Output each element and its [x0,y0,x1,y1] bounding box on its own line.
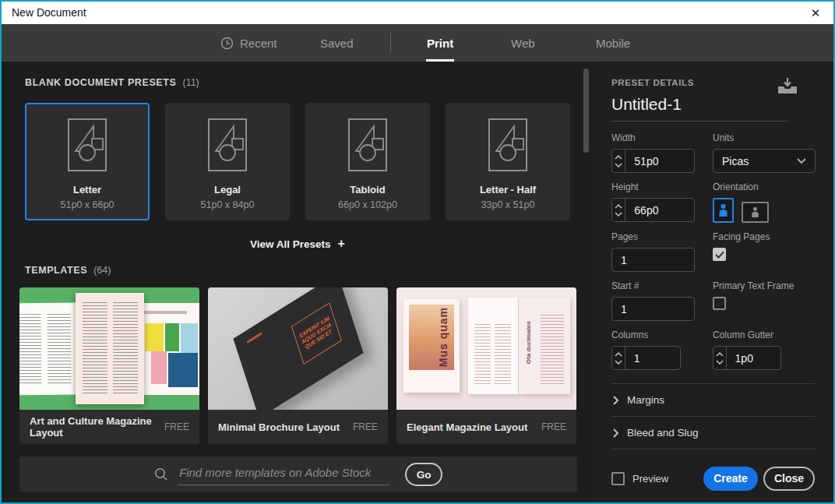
template-card-art-culture[interactable]: Art and Culture Magazine Layout FREE [19,287,199,444]
close-button[interactable]: Close [763,467,815,491]
height-label: Height [611,182,713,192]
tab-print-label: Print [427,37,453,50]
document-name-row: Untitled-1 [611,95,788,122]
tab-web[interactable]: Web [511,24,535,62]
template-name: Art and Culture Magazine Layout [30,415,164,439]
tab-recent[interactable]: Recent [220,24,277,62]
units-value: Picas [722,155,749,167]
orientation-landscape-button[interactable] [742,202,769,223]
adobe-stock-search-bar: Go [19,456,577,492]
template-card-elegant-magazine[interactable]: Mus quam Ota ducimaios Elegant Magazine … [396,287,576,444]
plus-icon: + [338,237,345,251]
chevron-up-icon [615,204,622,209]
search-icon [154,467,168,481]
chevron-up-icon [615,352,622,357]
start-number-field-group: Start # [611,280,713,321]
chevron-up-icon [716,352,724,357]
tab-mobile-label: Mobile [596,37,630,50]
units-dropdown[interactable]: Picas [713,149,816,173]
preset-card-letter[interactable]: Letter 51p0 x 66p0 [25,103,150,220]
pages-field [611,248,695,272]
document-name-field[interactable]: Untitled-1 [611,95,682,113]
free-badge: FREE [353,421,378,432]
orientation-field-group: Orientation [713,182,816,223]
stepper-arrows[interactable] [612,347,625,369]
preset-dimensions: 33p0 x 51p0 [481,199,535,210]
window-title: New Document [12,2,86,24]
blank-document-icon [68,117,107,173]
go-button[interactable]: Go [405,463,442,486]
stepper-arrows[interactable] [612,150,625,172]
template-thumbnail: Mus quam Ota ducimaios [396,287,576,410]
chevron-down-icon [716,360,724,365]
pages-input[interactable] [612,254,694,266]
tab-bar: Recent Saved Print Web Mobile [2,24,833,62]
pages-field-group: Pages [611,231,713,272]
width-label: Width [611,132,713,143]
tab-print[interactable]: Print [427,24,453,62]
pages-label: Pages [611,231,713,242]
chevron-up-icon [615,155,622,160]
templates-count: (64) [93,265,111,276]
preview-label: Preview [632,473,668,485]
template-card-minimal-brochure[interactable]: EXPERIT IUM AQUO EXCIA QUE SID ET Minima… [208,287,388,444]
column-gutter-field-group: Column Gutter [713,330,816,370]
column-gutter-input[interactable] [727,347,780,369]
preset-name: Letter [73,184,101,196]
preset-name: Letter - Half [480,184,536,196]
preview-group: Preview [611,472,668,485]
blank-presets-count: (11) [182,77,199,88]
save-preset-icon[interactable] [777,77,798,94]
search-input[interactable] [178,464,389,485]
start-number-input[interactable] [612,303,694,315]
dialog-action-bar: Preview Create Close [611,466,815,491]
blank-presets-heading-text: BLANK DOCUMENT PRESETS [25,77,176,88]
close-icon[interactable]: ✕ [798,2,833,24]
tab-saved[interactable]: Saved [320,24,354,62]
view-all-presets-button[interactable]: View All Presets + [2,237,594,251]
facing-pages-checkbox[interactable] [713,248,726,261]
tab-web-label: Web [511,37,535,50]
preset-details-panel: PRESET DETAILS Untitled-1 Width [594,62,833,502]
tab-mobile[interactable]: Mobile [596,24,630,62]
width-input[interactable] [625,150,694,172]
columns-input[interactable] [625,347,680,369]
height-input[interactable] [625,199,694,221]
preset-card-legal[interactable]: Legal 51p0 x 84p0 [165,103,290,220]
columns-field-group: Columns [611,330,713,370]
facing-pages-label: Facing Pages [713,231,816,242]
bleed-and-slug-section-toggle[interactable]: Bleed and Slug [611,417,815,449]
columns-stepper [611,346,681,370]
create-button[interactable]: Create [703,467,758,491]
preset-dimensions: 51p0 x 84p0 [201,199,255,210]
column-gutter-stepper [713,346,781,370]
units-label: Units [713,132,816,143]
facing-pages-field-group: Facing Pages [713,231,816,272]
stepper-arrows[interactable] [612,199,625,221]
scrollbar-thumb[interactable] [583,69,589,153]
blank-document-icon [208,117,247,173]
blank-presets-heading: BLANK DOCUMENT PRESETS(11) [25,77,199,88]
orientation-portrait-button[interactable] [713,198,734,223]
preset-card-letter-half[interactable]: Letter - Half 33p0 x 51p0 [446,103,570,220]
margins-section-toggle[interactable]: Margins [611,384,815,416]
landscape-person-icon [751,206,759,218]
preview-checkbox[interactable] [611,472,625,485]
chevron-right-icon [613,396,618,405]
blank-document-icon [488,117,527,173]
primary-text-frame-checkbox[interactable] [713,297,726,310]
magazine-cover-title: Mus quam [437,307,449,367]
template-thumbnail [19,287,199,410]
chevron-down-icon [797,158,806,164]
document-settings-grid: Width Units Picas Height [611,132,815,370]
template-card-row: Art and Culture Magazine Layout FREE EXP… [19,287,576,444]
new-document-dialog: New Document ✕ Recent Saved Print Web Mo… [0,0,835,504]
templates-heading-text: TEMPLATES [25,265,87,276]
preset-card-tabloid[interactable]: Tabloid 66p0 x 102p0 [305,103,430,220]
preset-card-row: Letter 51p0 x 66p0 Legal 51p0 x 84p0 Tab… [25,103,570,220]
view-all-presets-label: View All Presets [250,238,331,250]
spread-vertical-text: Ota ducimaios [525,321,532,364]
stepper-arrows[interactable] [713,347,727,369]
tab-divider [390,33,391,53]
free-badge: FREE [164,421,189,432]
